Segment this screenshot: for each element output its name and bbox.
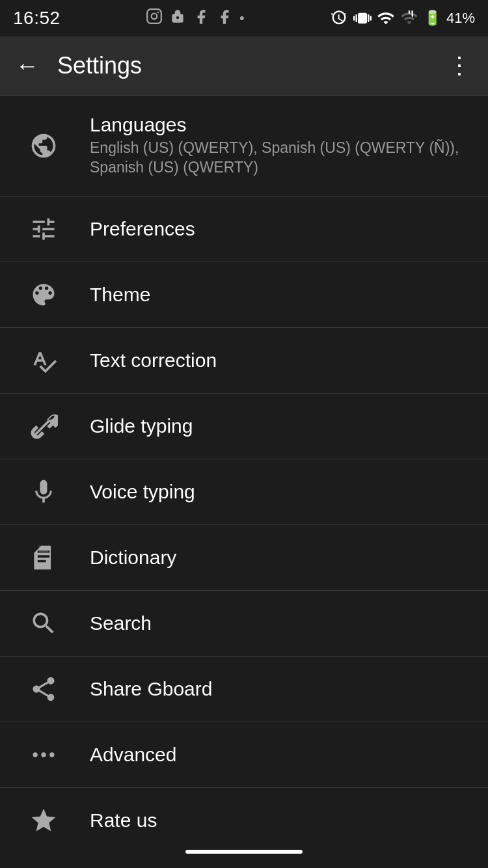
globe-icon (21, 131, 66, 160)
battery-icon: 🔋 (424, 10, 441, 27)
facebook-icon (193, 8, 210, 28)
book-icon (21, 543, 66, 572)
settings-item-languages[interactable]: Languages English (US) (QWERTY), Spanish… (0, 96, 488, 196)
preferences-title: Preferences (90, 218, 195, 240)
svg-point-2 (157, 12, 159, 14)
settings-item-search[interactable]: Search (0, 591, 488, 656)
theme-title: Theme (90, 284, 150, 306)
instagram-icon (146, 8, 163, 29)
text-check-icon (21, 346, 66, 375)
settings-item-text-correction[interactable]: Text correction (0, 328, 488, 393)
status-time: 16:52 (13, 8, 61, 29)
search-icon (21, 609, 66, 638)
languages-title: Languages (90, 114, 467, 136)
dot-indicator: • (239, 10, 245, 27)
rate-us-title: Rate us (90, 809, 157, 832)
home-indicator (185, 850, 303, 854)
status-right-icons: 🔋 41% (330, 9, 475, 27)
star-icon (21, 806, 66, 835)
signal-icon (400, 9, 418, 27)
share-gboard-title: Share Gboard (90, 678, 212, 700)
toolbar: ← Settings ⋮ (0, 36, 488, 95)
settings-item-theme[interactable]: Theme (0, 262, 488, 327)
settings-item-dictionary[interactable]: Dictionary (0, 525, 488, 590)
advanced-text: Advanced (90, 744, 176, 766)
dictionary-title: Dictionary (90, 547, 176, 569)
text-correction-text: Text correction (90, 349, 217, 372)
theme-text: Theme (90, 284, 150, 306)
settings-item-preferences[interactable]: Preferences (0, 197, 488, 262)
facebook-icon-2 (216, 8, 233, 28)
svg-point-5 (49, 752, 54, 757)
sliders-icon (21, 215, 66, 243)
languages-subtitle: English (US) (QWERTY), Spanish (US) (QWE… (90, 139, 467, 178)
svg-point-1 (152, 14, 157, 20)
settings-item-glide-typing[interactable]: Glide typing (0, 394, 488, 459)
settings-list: Languages English (US) (QWERTY), Spanish… (0, 96, 488, 853)
share-gboard-text: Share Gboard (90, 678, 212, 700)
toolbar-title: Settings (57, 52, 448, 79)
glide-icon (21, 412, 66, 441)
voice-typing-text: Voice typing (90, 481, 195, 503)
wifi-icon (377, 9, 395, 27)
bottom-bar (0, 835, 488, 868)
lock-icon (169, 8, 186, 28)
languages-text: Languages English (US) (QWERTY), Spanish… (90, 114, 467, 178)
status-bar: 16:52 • 🔋 41% (0, 0, 488, 36)
search-text: Search (90, 612, 152, 634)
search-title: Search (90, 612, 152, 634)
dots-icon (21, 740, 66, 769)
vibrate-icon (353, 9, 372, 27)
rate-us-text: Rate us (90, 809, 157, 832)
settings-item-share-gboard[interactable]: Share Gboard (0, 657, 488, 722)
mic-icon (21, 478, 66, 506)
text-correction-title: Text correction (90, 349, 217, 372)
svg-rect-0 (147, 9, 161, 23)
dictionary-text: Dictionary (90, 547, 176, 569)
advanced-title: Advanced (90, 744, 176, 766)
svg-point-4 (41, 752, 46, 757)
svg-point-3 (33, 752, 38, 757)
share-icon (21, 675, 66, 703)
back-button[interactable]: ← (16, 52, 39, 79)
settings-item-advanced[interactable]: Advanced (0, 722, 488, 787)
preferences-text: Preferences (90, 218, 195, 240)
overflow-menu-button[interactable]: ⋮ (448, 52, 472, 79)
glide-typing-text: Glide typing (90, 415, 193, 437)
palette-icon (21, 280, 66, 309)
battery-level: 41% (446, 10, 475, 27)
voice-typing-title: Voice typing (90, 481, 195, 503)
glide-typing-title: Glide typing (90, 415, 193, 437)
alarm-icon (330, 9, 348, 27)
status-icons: • (146, 8, 245, 29)
settings-item-voice-typing[interactable]: Voice typing (0, 459, 488, 524)
